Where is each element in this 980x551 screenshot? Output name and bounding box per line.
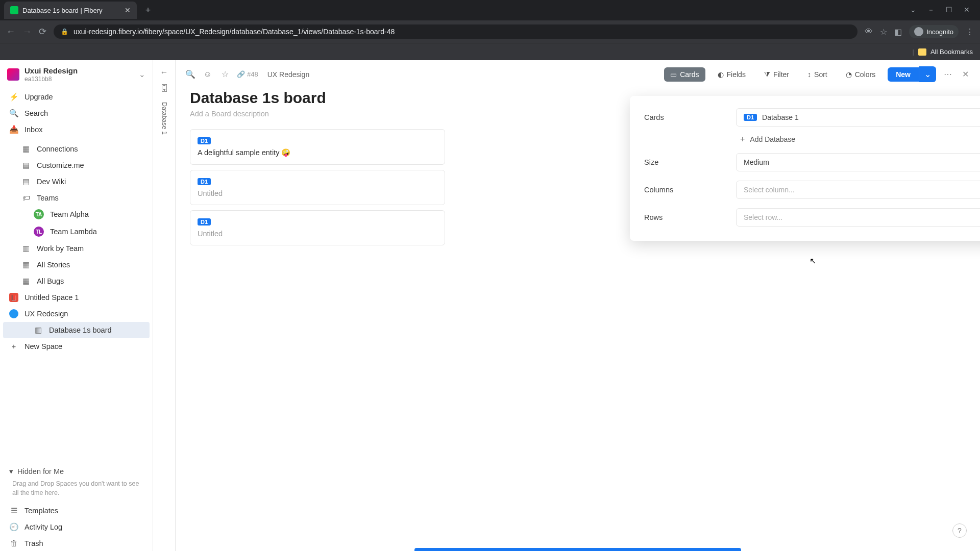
sidebar-item-customize[interactable]: ▤Customize.me	[0, 157, 153, 173]
sort-icon: ↕	[807, 70, 811, 79]
sidebar-label: Database 1s board	[49, 326, 112, 334]
plus-icon: +	[740, 135, 745, 144]
sidebar-space-ux-redesign[interactable]: UX Redesign	[0, 306, 153, 322]
card-title: A delightful sample entity 🤪	[198, 148, 437, 157]
sidebar-item-team-lambda[interactable]: TLTeam Lambda	[0, 223, 153, 240]
filter-button[interactable]: ⧩Filter	[758, 67, 795, 82]
breadcrumb-id[interactable]: 🔗#48	[237, 70, 258, 78]
close-window-icon[interactable]: ✕	[964, 6, 970, 15]
board-card[interactable]: D1Untitled	[190, 210, 445, 245]
columns-select[interactable]: Select column... ⌄	[736, 181, 980, 199]
all-bookmarks[interactable]: All Bookmarks	[930, 48, 973, 56]
select-value: Medium	[744, 158, 769, 166]
board-card[interactable]: D1A delightful sample entity 🤪	[190, 129, 445, 165]
sort-button[interactable]: ↕Sort	[801, 67, 834, 82]
board-card[interactable]: D1Untitled	[190, 170, 445, 205]
add-database-button[interactable]: +Add Database	[736, 132, 980, 146]
back-icon[interactable]: ←	[159, 67, 169, 78]
rows-select[interactable]: Select row... ⌄	[736, 208, 980, 227]
card-title: Untitled	[198, 189, 437, 197]
address-bar[interactable]: 🔒 uxui-redesign.fibery.io/fibery/space/U…	[54, 24, 857, 39]
workspace-switcher[interactable]: Uxui Redesign ea131bb8 ⌄	[0, 60, 153, 89]
sidebar-label: Connections	[37, 145, 78, 153]
hidden-hint: Drag and Drop Spaces you don't want to s…	[0, 480, 153, 503]
sidebar-item-all-bugs[interactable]: ▦All Bugs	[0, 273, 153, 289]
more-icon[interactable]: ⋯	[942, 69, 953, 79]
browser-tab[interactable]: Database 1s board | Fibery ✕	[4, 2, 137, 19]
reload-icon[interactable]: ⟳	[39, 26, 46, 37]
sidebar-label: Team Alpha	[50, 210, 89, 218]
fields-button[interactable]: ◐Fields	[712, 67, 752, 82]
search-icon: 🔍	[9, 109, 18, 118]
star-icon[interactable]: ☆	[880, 27, 887, 37]
sidebar-new-space[interactable]: +New Space	[0, 338, 153, 354]
sidebar-label: Untitled Space 1	[24, 293, 79, 302]
space-icon: 📕	[9, 293, 18, 302]
tag-icon: 🏷	[21, 193, 31, 202]
sidebar-label: Hidden for Me	[17, 467, 64, 475]
new-tab-button[interactable]: +	[141, 5, 155, 16]
colors-button[interactable]: ◔Colors	[840, 67, 881, 82]
toolbar: 🔍 ☺ ☆ 🔗#48 UX Redesign ▭Cards ◐Fields ⧩F…	[176, 60, 980, 86]
database-icon[interactable]: 🗄	[159, 84, 169, 94]
sidebar-item-templates[interactable]: ☰Templates	[0, 503, 153, 519]
sidebar-label: UX Redesign	[24, 310, 68, 318]
folder-icon	[918, 48, 926, 56]
sidebar-label: Dev Wiki	[37, 178, 66, 186]
workspace-avatar	[7, 68, 19, 81]
select-value: Database 1	[762, 113, 799, 121]
help-button[interactable]: ?	[952, 523, 967, 538]
sidebar-label: Inbox	[24, 126, 42, 134]
sidebar-item-trash[interactable]: 🗑Trash	[0, 535, 153, 551]
sidebar-item-team-alpha[interactable]: TATeam Alpha	[0, 206, 153, 223]
close-icon[interactable]: ✕	[125, 6, 131, 14]
back-icon[interactable]: ←	[6, 27, 15, 37]
new-button[interactable]: New⌄	[888, 66, 936, 82]
trash-icon: 🗑	[9, 539, 18, 547]
sidebar-item-upgrade[interactable]: ⚡Upgrade	[0, 89, 153, 105]
forward-icon[interactable]: →	[22, 27, 32, 37]
sidebar-item-search[interactable]: 🔍Search	[0, 105, 153, 121]
link-icon: 🔗	[237, 70, 245, 78]
grid-icon: ▦	[21, 277, 31, 286]
chevron-down-icon[interactable]: ⌄	[919, 66, 936, 82]
sidebar-item-devwiki[interactable]: ▤Dev Wiki	[0, 173, 153, 190]
kebab-icon[interactable]: ⋮	[966, 27, 974, 37]
incognito-badge[interactable]: Incognito	[909, 25, 959, 38]
sidebar-space-untitled[interactable]: 📕Untitled Space 1	[0, 289, 153, 306]
select-placeholder: Select column...	[744, 186, 795, 194]
team-avatar: TA	[34, 209, 44, 219]
panel-icon[interactable]: ◧	[894, 27, 902, 37]
sidebar-item-teams[interactable]: 🏷Teams	[0, 190, 153, 206]
sidebar-item-activity-log[interactable]: 🕘Activity Log	[0, 519, 153, 535]
cards-button[interactable]: ▭Cards	[664, 67, 705, 82]
sidebar-item-work-by-team[interactable]: ▥Work by Team	[0, 240, 153, 257]
chevron-down-icon[interactable]: ⌄	[910, 6, 916, 15]
hidden-for-me-toggle[interactable]: ▾Hidden for Me	[0, 463, 153, 480]
size-select[interactable]: Medium ⌄	[736, 153, 980, 171]
grid-icon: ▦	[21, 144, 31, 154]
sidebar-item-connections[interactable]: ▦Connections	[0, 141, 153, 157]
size-label: Size	[644, 158, 736, 166]
inbox-icon: 📥	[9, 125, 18, 134]
cards-database-select[interactable]: D1 Database 1 ⌄	[736, 108, 980, 127]
sidebar-label: Upgrade	[24, 93, 53, 101]
close-icon[interactable]: ✕	[960, 69, 971, 79]
bottom-notification-bar[interactable]	[414, 548, 741, 551]
sidebar-item-all-stories[interactable]: ▦All Stories	[0, 257, 153, 273]
breadcrumb-space[interactable]: UX Redesign	[267, 70, 310, 79]
space-icon	[9, 309, 18, 318]
star-icon[interactable]: ☆	[219, 69, 231, 79]
incognito-icon	[914, 27, 923, 36]
maximize-icon[interactable]: ☐	[946, 6, 952, 15]
sidebar-item-inbox[interactable]: 📥Inbox	[0, 121, 153, 138]
lightning-icon: ⚡	[9, 92, 18, 102]
sidebar-item-db-board[interactable]: ▥Database 1s board	[3, 322, 150, 338]
eye-off-icon[interactable]: 👁	[865, 27, 873, 36]
emoji-icon[interactable]: ☺	[202, 70, 213, 79]
search-icon[interactable]: 🔍	[185, 69, 196, 79]
chevron-down-icon[interactable]: ⌄	[139, 70, 145, 79]
rail-label[interactable]: Database 1	[161, 102, 168, 135]
lock-icon: 🔒	[61, 28, 68, 35]
minimize-icon[interactable]: －	[927, 6, 935, 15]
